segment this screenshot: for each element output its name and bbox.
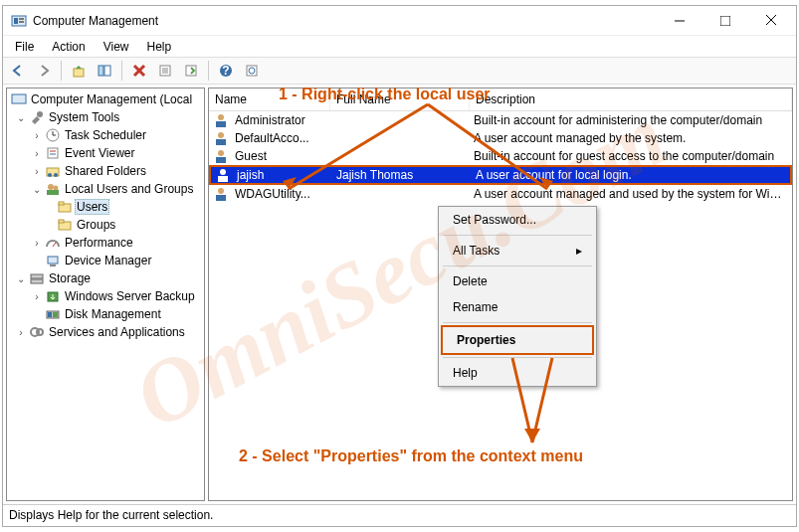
refresh-button[interactable] (241, 60, 263, 82)
tree-local-users-groups[interactable]: ⌄Local Users and Groups (7, 180, 204, 198)
user-icon (215, 167, 231, 183)
svg-point-53 (218, 132, 224, 138)
cell-name: jajish (231, 168, 330, 182)
svg-rect-1 (14, 18, 18, 24)
context-set-password[interactable]: Set Password... (439, 207, 596, 233)
tools-icon (29, 109, 45, 125)
minimize-button[interactable] (657, 7, 702, 35)
device-icon (45, 253, 61, 268)
tree-label: Windows Server Backup (63, 289, 197, 303)
collapse-icon[interactable]: ⌄ (15, 273, 27, 284)
expand-icon[interactable]: › (31, 166, 43, 177)
tree-groups[interactable]: Groups (7, 216, 204, 234)
svg-rect-47 (48, 312, 52, 317)
context-all-tasks[interactable]: All Tasks▸ (439, 238, 596, 264)
show-hide-tree-button[interactable] (94, 60, 115, 82)
help-button[interactable]: ? (215, 60, 237, 82)
export-list-button[interactable] (180, 60, 202, 82)
list-row[interactable]: AdministratorBuilt-in account for admini… (209, 111, 792, 129)
list-row[interactable]: GuestBuilt-in account for guest access t… (209, 147, 792, 165)
cell-description: A user account managed by the system. (468, 131, 792, 145)
title-bar: Computer Management (3, 6, 796, 36)
delete-button[interactable] (128, 60, 150, 82)
maximize-button[interactable] (702, 7, 748, 35)
expand-icon[interactable]: › (31, 291, 43, 302)
cell-fullname: Jajish Thomas (330, 168, 470, 182)
back-button[interactable] (7, 60, 29, 82)
folder-icon (57, 217, 73, 233)
expand-icon[interactable]: › (31, 238, 43, 249)
tree-performance[interactable]: ›Performance (7, 234, 204, 252)
tree-label: Device Manager (63, 254, 153, 267)
context-help[interactable]: Help (439, 360, 596, 386)
tree-shared-folders[interactable]: ›Shared Folders (7, 162, 204, 180)
svg-rect-54 (216, 139, 226, 145)
collapse-icon[interactable]: ⌄ (15, 112, 27, 123)
svg-point-57 (220, 169, 226, 175)
menu-file[interactable]: File (7, 38, 42, 56)
list-row[interactable]: DefaultAcco...A user account managed by … (209, 129, 792, 147)
tree-root[interactable]: Computer Management (Local (7, 90, 204, 108)
services-icon (29, 324, 45, 340)
up-button[interactable] (68, 60, 90, 82)
tree-services-applications[interactable]: ›Services and Applications (7, 323, 204, 341)
window-title: Computer Management (33, 14, 657, 28)
forward-button[interactable] (33, 60, 55, 82)
menu-action[interactable]: Action (44, 38, 93, 56)
context-rename[interactable]: Rename (439, 294, 596, 320)
list-row[interactable]: WDAGUtility...A user account managed and… (209, 185, 792, 203)
tree-users[interactable]: Users (7, 198, 204, 216)
svg-rect-10 (104, 66, 110, 76)
column-description[interactable]: Description (470, 89, 792, 110)
tree-label: Local Users and Groups (63, 182, 195, 196)
svg-point-59 (218, 188, 224, 194)
cell-name: DefaultAcco... (229, 131, 328, 145)
tree-device-manager[interactable]: Device Manager (7, 252, 204, 269)
tree-panel[interactable]: Computer Management (Local ⌄System Tools… (6, 88, 205, 501)
tree-storage[interactable]: ⌄Storage (7, 269, 204, 287)
menu-view[interactable]: View (96, 38, 137, 56)
svg-rect-2 (19, 18, 24, 20)
menu-help[interactable]: Help (139, 38, 180, 56)
svg-rect-35 (47, 190, 59, 195)
svg-rect-39 (59, 220, 64, 223)
tree-disk-management[interactable]: Disk Management (7, 305, 204, 323)
collapse-icon[interactable]: ⌄ (31, 184, 43, 195)
event-icon (45, 145, 61, 161)
submenu-arrow-icon: ▸ (576, 244, 582, 258)
svg-rect-42 (50, 265, 56, 266)
folder-icon (57, 199, 73, 215)
svg-point-31 (48, 173, 52, 177)
svg-rect-3 (19, 21, 24, 23)
expand-icon[interactable]: › (31, 148, 43, 159)
tree-task-scheduler[interactable]: ›Task Scheduler (7, 126, 204, 144)
expand-icon[interactable]: › (31, 130, 43, 141)
user-icon (213, 186, 229, 202)
context-properties[interactable]: Properties (441, 325, 594, 355)
properties-button[interactable] (154, 60, 176, 82)
cell-description: A user account managed and used by the s… (468, 187, 792, 201)
svg-point-34 (54, 186, 59, 191)
svg-rect-8 (74, 69, 84, 77)
status-bar: Displays Help for the current selection. (3, 504, 796, 526)
gauge-icon (45, 235, 61, 251)
users-icon (45, 181, 61, 197)
annotation-2: 2 - Select "Properties" from the context… (239, 447, 583, 465)
svg-rect-27 (48, 148, 58, 158)
tree-windows-server-backup[interactable]: ›Windows Server Backup (7, 287, 204, 305)
cell-name: Administrator (229, 113, 328, 127)
close-button[interactable] (748, 7, 794, 35)
tree-label: Users (75, 199, 109, 215)
tree-system-tools[interactable]: ⌄System Tools (7, 108, 204, 126)
svg-rect-37 (59, 202, 64, 205)
toolbar: ? (3, 57, 796, 85)
user-icon (213, 112, 229, 128)
context-label: All Tasks (453, 244, 499, 258)
list-row[interactable]: jajishJajish ThomasA user account for lo… (209, 165, 792, 185)
content-area: Computer Management (Local ⌄System Tools… (3, 85, 796, 504)
expand-icon[interactable]: › (15, 327, 27, 338)
context-delete[interactable]: Delete (439, 268, 596, 294)
user-icon (213, 130, 229, 146)
svg-rect-5 (720, 16, 730, 26)
tree-event-viewer[interactable]: ›Event Viewer (7, 144, 204, 162)
